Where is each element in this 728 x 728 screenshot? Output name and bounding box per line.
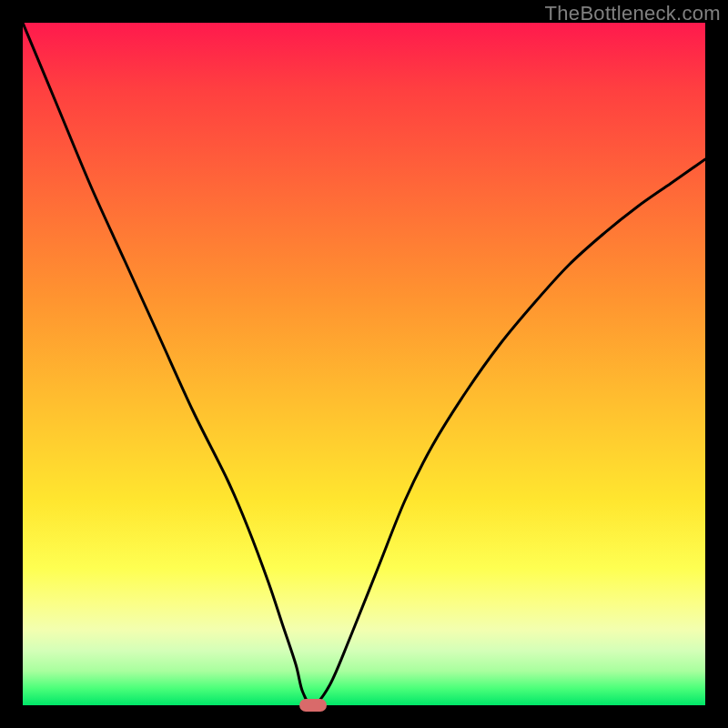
watermark-text: TheBottleneck.com (545, 2, 721, 25)
bottleneck-curve (23, 23, 705, 705)
optimal-point-marker (299, 699, 327, 712)
plot-area (23, 23, 705, 705)
chart-canvas: TheBottleneck.com (0, 0, 728, 728)
